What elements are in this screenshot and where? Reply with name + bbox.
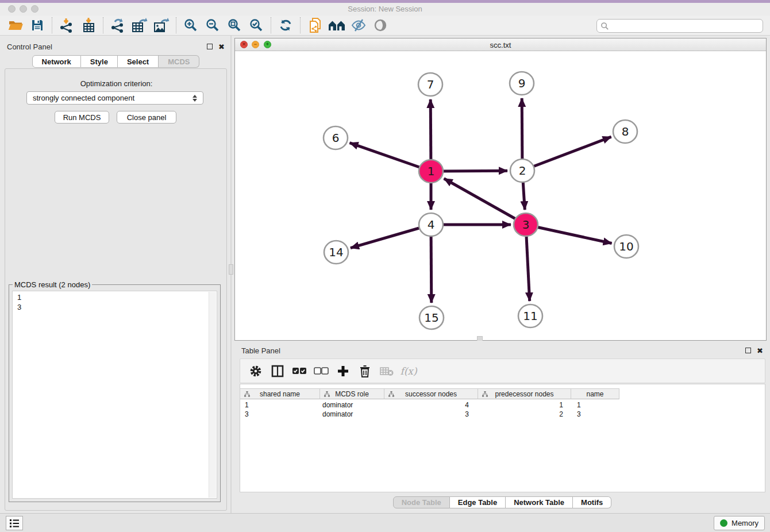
edge-3-1[interactable] <box>444 179 526 225</box>
import-table-icon[interactable] <box>78 17 99 34</box>
delete-icon[interactable] <box>355 361 375 381</box>
criterion-value: strongly connected component <box>33 94 134 102</box>
zoom-out-icon[interactable] <box>202 17 224 34</box>
memory-label: Memory <box>732 519 759 527</box>
network-canvas[interactable]: 7968124314101511 <box>235 51 766 340</box>
column-header-successor-nodes[interactable]: successor nodes <box>384 388 478 399</box>
gear-icon[interactable] <box>246 361 265 381</box>
search-icon <box>600 22 609 30</box>
graph-node-7[interactable]: 7 <box>418 73 442 96</box>
edge-3-10[interactable] <box>526 225 612 244</box>
add-icon[interactable] <box>333 361 353 381</box>
tab-node-table[interactable]: Node Table <box>393 496 450 508</box>
graph-node-11[interactable]: 11 <box>518 304 542 327</box>
deselect-all-icon[interactable] <box>311 361 331 381</box>
column-type-icon <box>324 391 330 397</box>
memory-button[interactable]: Memory <box>714 516 765 530</box>
function-builder-icon[interactable]: f(x) <box>399 361 418 381</box>
task-history-button[interactable] <box>6 516 23 530</box>
panel-close-icon[interactable]: ✖ <box>757 347 763 354</box>
graph-node-3[interactable]: 3 <box>514 213 538 236</box>
graph-node-4[interactable]: 4 <box>419 213 443 236</box>
export-table-icon[interactable] <box>129 17 151 34</box>
graph-node-8[interactable]: 8 <box>613 120 637 143</box>
result-scrollbar[interactable] <box>209 292 216 498</box>
column-type-icon <box>244 391 250 397</box>
show-all-icon[interactable] <box>369 17 391 34</box>
column-header-shared-name[interactable]: shared name <box>240 388 320 399</box>
criterion-select[interactable]: strongly connected component <box>26 91 203 105</box>
svg-text:7: 7 <box>427 78 434 91</box>
zoom-selected-icon[interactable] <box>245 17 267 34</box>
zoom-in-icon[interactable] <box>180 17 202 34</box>
edge-2-8[interactable] <box>522 137 611 171</box>
column-type-icon <box>388 391 394 397</box>
graph-node-6[interactable]: 6 <box>324 126 348 149</box>
edge-1-6[interactable] <box>350 143 432 171</box>
table-tabs: Node Table Edge Table Network Table Moti… <box>234 496 770 508</box>
hide-selected-icon[interactable] <box>348 17 369 34</box>
panel-float-icon[interactable] <box>207 44 213 49</box>
column-type-icon <box>482 391 488 397</box>
tab-select[interactable]: Select <box>118 55 159 68</box>
memory-status-icon <box>720 519 727 527</box>
control-panel-tabs: Network Style Select MCDS <box>0 55 232 68</box>
tab-edge-table[interactable]: Edge Table <box>450 496 506 508</box>
run-mcds-button[interactable]: Run MCDS <box>55 111 109 124</box>
table-header-row: shared name MCDS role successor nodes pr… <box>240 388 766 399</box>
svg-text:3: 3 <box>522 218 530 232</box>
open-folder-icon[interactable] <box>5 17 26 34</box>
select-all-icon[interactable] <box>290 361 309 381</box>
network-window-titlebar[interactable]: ✕ − + scc.txt <box>235 38 766 51</box>
result-line: 3 <box>17 302 217 312</box>
mcds-result-group: MCDS result (2 nodes) 1 3 <box>9 284 221 502</box>
mcds-panel: Optimization criterion: strongly connect… <box>5 68 227 511</box>
close-panel-button[interactable]: Close panel <box>117 111 176 124</box>
tab-network-table[interactable]: Network Table <box>506 496 573 508</box>
svg-text:4: 4 <box>428 218 435 232</box>
tab-network[interactable]: Network <box>32 55 81 68</box>
tab-mcds[interactable]: MCDS <box>159 55 199 68</box>
first-neighbors-icon[interactable] <box>326 17 348 34</box>
export-image-icon[interactable] <box>151 17 172 34</box>
svg-text:8: 8 <box>622 125 629 138</box>
import-network-icon[interactable] <box>56 17 78 34</box>
tab-style[interactable]: Style <box>81 55 118 68</box>
column-header-mcds-role[interactable]: MCDS role <box>320 388 384 399</box>
search-input[interactable] <box>609 22 763 30</box>
svg-text:15: 15 <box>424 311 438 325</box>
result-line: 1 <box>17 292 217 302</box>
vertical-splitter-handle[interactable] <box>229 264 233 275</box>
column-header-predecessor-nodes[interactable]: predecessor nodes <box>478 388 571 399</box>
graph-node-10[interactable]: 10 <box>614 235 638 258</box>
network-title: scc.txt <box>235 41 766 49</box>
copy-network-icon[interactable] <box>304 17 326 34</box>
status-bar: Memory <box>0 513 770 532</box>
mcds-result-title: MCDS result (2 nodes) <box>13 280 92 289</box>
graph-node-9[interactable]: 9 <box>510 72 534 95</box>
zoom-fit-icon[interactable] <box>224 17 245 34</box>
search-field[interactable] <box>596 19 763 33</box>
export-network-icon[interactable] <box>107 17 129 34</box>
column-header-name[interactable]: name <box>571 388 619 399</box>
panel-close-icon[interactable]: ✖ <box>218 43 225 51</box>
graph-node-15[interactable]: 15 <box>419 306 444 329</box>
svg-text:9: 9 <box>518 76 526 90</box>
node-table[interactable]: shared name MCDS role successor nodes pr… <box>240 384 765 492</box>
columns-icon[interactable] <box>268 361 287 381</box>
chevron-up-down-icon <box>192 95 197 102</box>
save-icon[interactable] <box>26 17 48 34</box>
svg-text:6: 6 <box>332 131 340 145</box>
table-panel-title: Table Panel <box>241 346 280 355</box>
panel-float-icon[interactable] <box>745 348 751 353</box>
optimization-criterion-label: Optimization criterion: <box>5 79 228 88</box>
table-toolbar: f(x) <box>240 358 765 383</box>
svg-text:1: 1 <box>428 164 435 178</box>
graph-node-14[interactable]: 14 <box>324 241 348 264</box>
graph-node-2[interactable]: 2 <box>510 159 534 182</box>
refresh-icon[interactable] <box>275 17 297 34</box>
graph-node-1[interactable]: 1 <box>419 160 443 183</box>
mcds-result-list[interactable]: 1 3 <box>12 291 217 499</box>
tab-motifs[interactable]: Motifs <box>573 496 611 508</box>
delete-column-icon[interactable] <box>377 361 396 381</box>
